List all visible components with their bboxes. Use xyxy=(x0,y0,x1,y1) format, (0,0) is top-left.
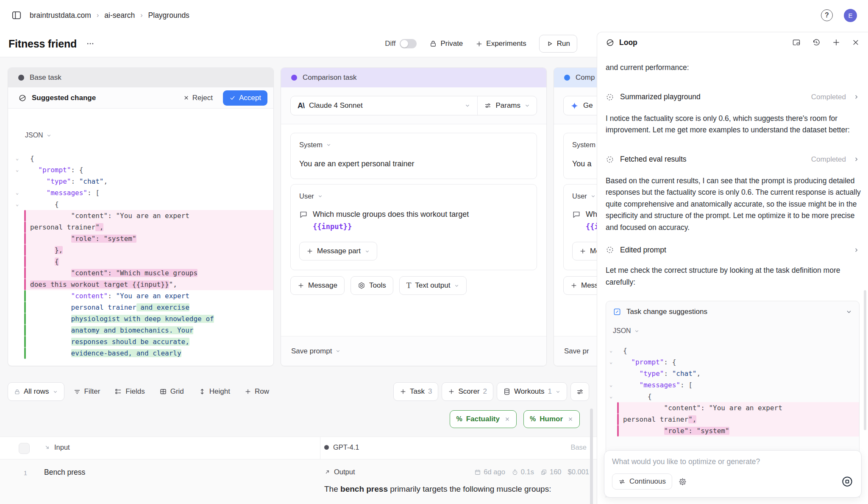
base-task-column: Base task Suggested change Reject Accept xyxy=(8,67,274,366)
loop-panel-title: Loop xyxy=(619,38,637,47)
new-chat-icon[interactable] xyxy=(832,38,840,47)
scorer-badges: % Factuality % Humor xyxy=(450,410,580,428)
model-name-2: Ge xyxy=(583,101,593,110)
grid-button[interactable]: Grid xyxy=(154,387,189,396)
help-icon[interactable]: ? xyxy=(821,9,833,21)
base-task-code[interactable]: ⌄{⌄"prompt": {"type": "chat",⌄"messages"… xyxy=(8,153,273,359)
fields-button[interactable]: Fields xyxy=(109,387,150,396)
close-icon[interactable] xyxy=(852,39,860,46)
grid-scrollbar[interactable] xyxy=(590,409,593,504)
language-selector[interactable]: JSON xyxy=(25,132,273,139)
base-task-editor[interactable]: JSON ⌄{⌄"prompt": {"type": "chat",⌄"mess… xyxy=(8,109,273,366)
breadcrumb-section[interactable]: Playgrounds xyxy=(148,11,189,20)
popout-icon[interactable] xyxy=(792,38,801,47)
loop-step-edited[interactable]: Edited prompt xyxy=(606,244,860,255)
add-row-button[interactable]: Row xyxy=(239,387,275,396)
accept-button[interactable]: Accept xyxy=(223,90,267,106)
user-message-card[interactable]: User Which muscle groups does this worko… xyxy=(290,184,537,270)
chevron-down-icon[interactable] xyxy=(846,308,852,315)
all-rows-filter-button[interactable]: All rows xyxy=(8,382,64,401)
row-input-value[interactable]: Bench press xyxy=(44,468,85,477)
breadcrumb-separator: › xyxy=(140,11,142,19)
breadcrumb-org[interactable]: braintrustdata.com xyxy=(30,11,91,20)
diff-toggle[interactable] xyxy=(400,39,417,48)
experiments-button[interactable]: Experiments xyxy=(476,39,526,48)
sliders-icon xyxy=(484,102,492,109)
grid-settings-button[interactable] xyxy=(570,382,589,401)
prompt-area: System You are an expert personal traine… xyxy=(281,124,546,336)
save-prompt-button[interactable]: Save prompt xyxy=(281,336,546,366)
remove-scorer-icon[interactable] xyxy=(568,416,573,422)
height-button[interactable]: Height xyxy=(193,387,236,396)
model-column-header[interactable]: GPT-4.1 xyxy=(324,443,359,451)
system-message-card[interactable]: System You are an expert personal traine… xyxy=(290,133,537,179)
message-bubble-icon xyxy=(299,210,308,220)
breadcrumb-project[interactable]: ai-search xyxy=(104,11,135,20)
user-role-label: User xyxy=(299,192,314,200)
reject-button[interactable]: Reject xyxy=(183,94,213,102)
system-role-selector[interactable]: System xyxy=(299,141,528,149)
dataset-button[interactable]: Workouts 1 xyxy=(497,382,567,401)
loop-step-summarized[interactable]: Summarized playground Completed xyxy=(606,92,860,103)
tools-button[interactable]: Tools xyxy=(351,276,393,295)
scorer-badge-humor[interactable]: % Humor xyxy=(523,410,580,428)
suggestions-code[interactable]: ⌄{⌄"prompt": {"type": "chat",⌄"messages"… xyxy=(606,345,859,437)
template-variable[interactable]: {{input}} xyxy=(313,222,528,231)
task-change-suggestions-header[interactable]: Task change suggestions xyxy=(606,301,859,316)
sort-arrow-icon xyxy=(44,444,50,451)
add-task-button[interactable]: Task 3 xyxy=(393,382,438,401)
run-button[interactable]: Run xyxy=(539,35,577,53)
breadcrumb: braintrustdata.com › ai-search › Playgro… xyxy=(30,11,189,20)
fields-label: Fields xyxy=(125,387,145,396)
loop-scrollbar[interactable] xyxy=(864,290,866,430)
model-selector[interactable]: A\ Claude 4 Sonnet xyxy=(291,96,477,115)
system-role-label: System xyxy=(299,141,323,149)
remove-scorer-icon[interactable] xyxy=(504,416,510,422)
loop-message: I notice the factuality score is only 0.… xyxy=(606,113,862,136)
step-title: Edited prompt xyxy=(620,246,666,255)
diff-label: Diff xyxy=(385,39,395,48)
continuous-mode-button[interactable]: Continuous xyxy=(612,473,672,490)
base-task-header: Base task xyxy=(8,68,273,87)
tools-label: Tools xyxy=(369,281,386,290)
loop-step-fetched[interactable]: Fetched eval results Completed xyxy=(606,154,860,165)
language-selector[interactable]: JSON xyxy=(613,327,859,335)
app-root: braintrustdata.com › ai-search › Playgro… xyxy=(0,0,868,504)
more-menu-icon[interactable] xyxy=(86,39,95,48)
add-message-part-button[interactable]: Message part xyxy=(299,242,377,260)
output-link[interactable]: Output xyxy=(324,468,355,476)
text-output-label: Text output xyxy=(415,281,450,290)
sidebar-toggle-icon[interactable] xyxy=(11,10,22,21)
loop-input[interactable]: What would you like to optimize or gener… xyxy=(612,457,854,466)
diff-toggle-group: Diff xyxy=(385,39,417,48)
user-message-text[interactable]: Which muscle groups does this workout ta… xyxy=(299,209,528,220)
arrow-up-right-icon xyxy=(324,469,331,475)
text-output-icon: T xyxy=(406,281,412,290)
system-message-text[interactable]: You are an expert personal trainer xyxy=(299,158,528,169)
output-label: Output xyxy=(334,468,355,476)
add-scorer-button[interactable]: Scorer 2 xyxy=(442,382,493,401)
history-icon[interactable] xyxy=(812,38,821,47)
base-task-dot xyxy=(18,75,24,81)
row-output-cell[interactable]: Output 6d ago 0.1 xyxy=(324,468,589,495)
run-label: Run xyxy=(557,39,570,48)
step-progress-icon xyxy=(606,155,614,164)
add-message-label: Message xyxy=(308,281,337,290)
scorer-label: Factuality xyxy=(466,415,500,423)
user-role-selector[interactable]: User xyxy=(299,192,528,200)
input-column-header[interactable]: Input xyxy=(44,443,70,451)
text-output-button[interactable]: T Text output xyxy=(399,276,467,295)
table-row[interactable]: 1 Bench press Output xyxy=(0,459,597,504)
stop-icon[interactable] xyxy=(841,475,854,488)
select-all-checkbox[interactable] xyxy=(19,443,30,454)
scorer-badge-factuality[interactable]: % Factuality xyxy=(450,410,517,428)
params-button[interactable]: Params xyxy=(478,96,537,115)
top-bar: braintrustdata.com › ai-search › Playgro… xyxy=(0,0,868,31)
gear-icon[interactable] xyxy=(679,478,687,486)
private-button[interactable]: Private xyxy=(429,39,463,48)
avatar[interactable]: E xyxy=(844,9,857,22)
add-message-button[interactable]: Message xyxy=(290,276,345,295)
filter-button[interactable]: Filter xyxy=(68,387,106,396)
loop-icon xyxy=(606,38,615,47)
accept-label: Accept xyxy=(239,94,261,102)
